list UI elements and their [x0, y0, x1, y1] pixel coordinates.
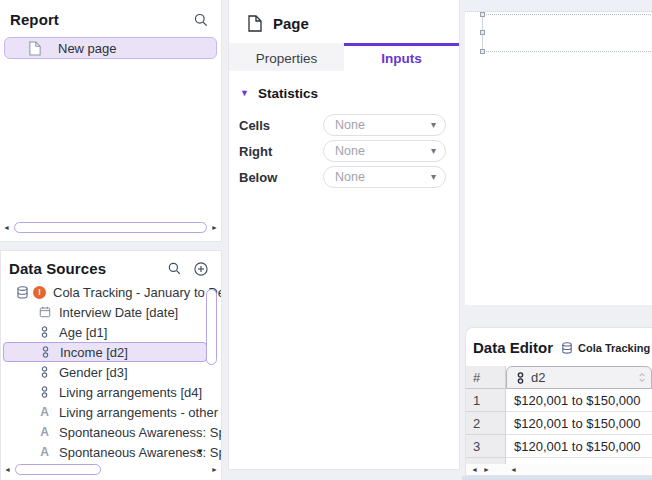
- chevron-down-icon: ▾: [431, 120, 436, 130]
- database-icon: [561, 342, 573, 354]
- data-sources-tree: !Cola Tracking - January to DeceIntervie…: [1, 282, 221, 462]
- tree-vertical-scrollbar-thumb[interactable]: [206, 289, 217, 365]
- tree-item[interactable]: Interview Date [date]: [1, 302, 221, 322]
- right-dropdown[interactable]: None ▾: [323, 140, 446, 162]
- text-variable-icon: A: [37, 405, 52, 419]
- scrollbar-thumb[interactable]: [15, 464, 101, 475]
- field-label: Cells: [239, 118, 323, 133]
- tree-horizontal-scrollbar[interactable]: ◄ ►: [3, 463, 219, 476]
- chevron-down-icon: ▾: [431, 172, 436, 182]
- bottom-edge-band: [462, 476, 652, 480]
- tree-item-label: Living arrangements [d4]: [59, 385, 202, 400]
- nominal-variable-icon: [38, 346, 53, 358]
- data-cell[interactable]: $120,001 to $150,000: [506, 435, 652, 458]
- report-title: Report: [10, 11, 59, 28]
- tab-properties[interactable]: Properties: [229, 43, 344, 71]
- tree-item-label: Living arrangements - other [d4: [59, 405, 221, 420]
- tab-label: Inputs: [381, 51, 422, 66]
- section-title: Statistics: [258, 86, 318, 101]
- tree-item[interactable]: Gender [d3]: [1, 362, 221, 382]
- page-canvas[interactable]: [465, 0, 652, 305]
- tree-item[interactable]: Age [d1]: [1, 322, 221, 342]
- warning-badge-icon: !: [33, 286, 46, 299]
- selected-page-object[interactable]: [482, 14, 652, 52]
- object-inspector-panel: Page Properties Inputs ▼ Statistics Cell…: [228, 0, 460, 470]
- data-cell[interactable]: $120,001 to $150,000: [506, 389, 652, 412]
- row-number-header: #: [466, 366, 506, 389]
- nominal-variable-icon: [37, 366, 52, 378]
- inspector-tabs: Properties Inputs: [229, 43, 459, 71]
- tree-item-label: Gender [d3]: [59, 365, 128, 380]
- tree-item-label: Spontaneous Awareness: Spont: [59, 425, 221, 440]
- app-window: Report New page ◄ ► Data Sources: [0, 0, 652, 480]
- nominal-variable-icon: [37, 386, 52, 398]
- text-variable-icon: A: [37, 425, 52, 439]
- data-editor-title: Data Editor: [473, 339, 553, 356]
- canvas-top-strip: [465, 0, 652, 12]
- tree-item-label: Cola Tracking - January to Dece: [53, 285, 221, 300]
- field-label: Right: [239, 144, 323, 159]
- scroll-right-icon[interactable]: ►: [210, 224, 219, 231]
- tree-item-label: Income [d2]: [60, 345, 128, 360]
- tree-item-label: Age [d1]: [59, 325, 107, 340]
- report-horizontal-scrollbar[interactable]: ◄ ►: [2, 221, 219, 234]
- tree-item[interactable]: ALiving arrangements - other [d4: [1, 402, 221, 422]
- column-header-d2[interactable]: d2: [506, 366, 652, 389]
- page-icon: [29, 41, 41, 56]
- dropdown-value: None: [335, 170, 365, 184]
- sort-icon[interactable]: [638, 372, 646, 383]
- search-icon[interactable]: [167, 261, 182, 276]
- cells-dropdown[interactable]: None ▾: [323, 114, 446, 136]
- tree-scroll-down-icon[interactable]: ▼: [196, 448, 204, 456]
- page-item-label: New page: [58, 41, 117, 56]
- row-number-cell: 3: [466, 435, 506, 458]
- below-dropdown[interactable]: None ▾: [323, 166, 446, 188]
- add-data-source-icon[interactable]: [193, 261, 209, 277]
- right-region: Data Editor Cola Tracking - Janu # d2: [462, 0, 652, 480]
- field-row-cells: Cells None ▾: [229, 112, 459, 138]
- data-editor-table: # d2 1$120,001 to $150,0002$120,001 to $…: [466, 366, 652, 476]
- nominal-variable-icon: [37, 326, 52, 338]
- data-cell[interactable]: $120,001 to $150,000: [506, 412, 652, 435]
- report-page-item[interactable]: New page: [4, 37, 217, 59]
- tab-label: Properties: [256, 51, 318, 66]
- row-number-cell: 2: [466, 412, 506, 435]
- tab-inputs[interactable]: Inputs: [344, 43, 459, 71]
- text-variable-icon: A: [37, 445, 52, 459]
- field-row-right: Right None ▾: [229, 138, 459, 164]
- scrollbar-thumb[interactable]: [14, 222, 207, 233]
- inspector-title: Page: [273, 15, 309, 32]
- scroll-right-icon[interactable]: ►: [210, 466, 219, 473]
- tree-item[interactable]: Income [d2]: [3, 342, 207, 362]
- field-label: Below: [239, 170, 323, 185]
- scroll-right-icon[interactable]: ►: [482, 466, 491, 473]
- field-row-below: Below None ▾: [229, 164, 459, 190]
- database-variable-icon: [15, 286, 30, 299]
- resize-handle[interactable]: [480, 30, 485, 35]
- column-header-label: d2: [531, 370, 545, 385]
- collapse-caret-icon[interactable]: ▼: [240, 89, 249, 98]
- page-icon: [248, 15, 262, 32]
- row-number-cell: 1: [466, 389, 506, 412]
- scroll-left-icon[interactable]: ◄: [509, 466, 518, 473]
- report-panel: Report New page ◄ ►: [0, 0, 222, 242]
- dropdown-value: None: [335, 144, 365, 158]
- search-icon[interactable]: [193, 12, 209, 28]
- resize-handle[interactable]: [480, 12, 485, 17]
- resize-handle[interactable]: [480, 49, 485, 54]
- data-editor-panel: Data Editor Cola Tracking - Janu # d2: [465, 327, 652, 476]
- nominal-variable-icon: [517, 372, 524, 384]
- dropdown-value: None: [335, 118, 365, 132]
- calendar-variable-icon: [37, 306, 52, 318]
- tree-item[interactable]: !Cola Tracking - January to Dece: [1, 282, 221, 302]
- statistics-section-header[interactable]: ▼ Statistics: [229, 71, 459, 101]
- tree-item-label: Interview Date [date]: [59, 305, 178, 320]
- scroll-left-icon[interactable]: ◄: [470, 466, 479, 473]
- data-editor-horizontal-scrollbar[interactable]: ◄ ► ◄: [466, 464, 652, 475]
- tree-item[interactable]: Living arrangements [d4]: [1, 382, 221, 402]
- scroll-left-icon[interactable]: ◄: [3, 466, 12, 473]
- tree-item[interactable]: ASpontaneous Awareness: Spont: [1, 422, 221, 442]
- data-sources-panel: Data Sources !Cola Tracking - January to…: [0, 250, 222, 480]
- scroll-left-icon[interactable]: ◄: [2, 224, 11, 231]
- tree-item[interactable]: ASpontaneous Awareness: Spont: [1, 442, 221, 462]
